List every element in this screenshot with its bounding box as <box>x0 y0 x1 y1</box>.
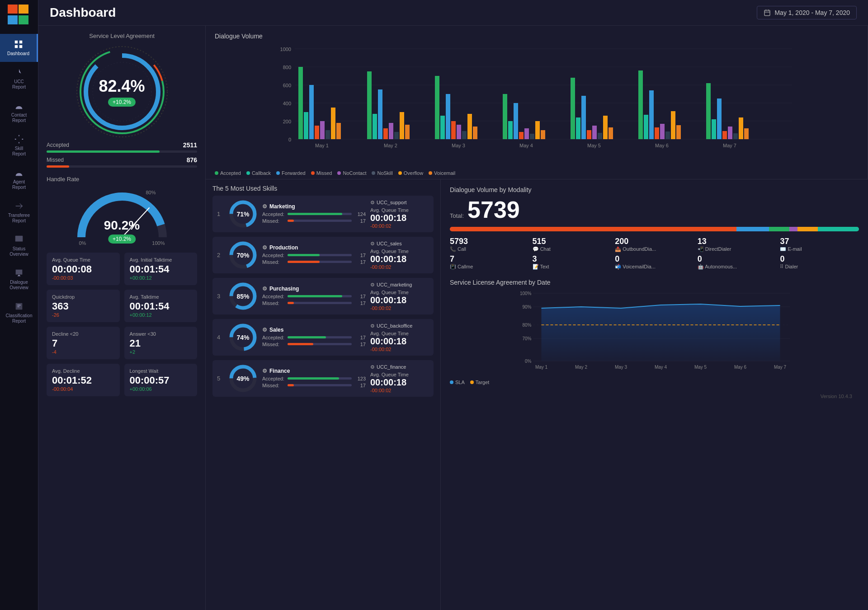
mod-seg-other <box>818 227 859 231</box>
svg-rect-45 <box>394 132 399 139</box>
svg-rect-34 <box>315 126 319 139</box>
svg-text:400: 400 <box>283 101 291 106</box>
svg-rect-80 <box>660 124 665 139</box>
modality-autonomous: 0 🤖 Autonomous... <box>698 254 777 270</box>
svg-rect-2 <box>14 45 17 48</box>
legend-target: Target <box>470 380 490 385</box>
stat-avg-queue: Avg. Queue Time 00:00:08 -00:00:03 <box>47 253 120 285</box>
mod-seg-outbound <box>769 227 789 231</box>
legend-noskill: NoSkill <box>372 170 392 176</box>
svg-rect-69 <box>581 96 586 139</box>
mod-seg-direct <box>789 227 797 231</box>
modality-grid-2: 7 📳 Callme 3 📝 Text 0 📬 VoicemailDia... <box>450 254 859 270</box>
sidebar-item-status-overview[interactable]: StatusOverview <box>0 229 38 263</box>
sidebar-item-contact-report[interactable]: ContactReport <box>0 95 38 129</box>
modality-total: Total: 5739 <box>450 196 859 223</box>
sidebar-item-classification-report[interactable]: ClassificationReport <box>0 296 38 329</box>
svg-rect-86 <box>712 119 716 139</box>
accepted-bar-track <box>47 150 197 153</box>
svg-rect-1 <box>19 41 22 43</box>
svg-rect-47 <box>405 125 410 139</box>
mod-seg-chat <box>736 227 769 231</box>
sidebar-item-dialogue-overview[interactable]: DialogueOverview <box>0 263 38 296</box>
svg-text:May 7: May 7 <box>774 365 787 370</box>
svg-point-6 <box>18 138 20 141</box>
svg-text:100%: 100% <box>520 291 532 296</box>
svg-text:70%: 70% <box>522 336 531 341</box>
missed-bar <box>47 165 69 168</box>
skill-3-details: ⚙ Purchasing Accepted: 17 Missed: 17 <box>262 286 366 307</box>
handle-rate-badge: +10.2% <box>108 235 136 244</box>
version-label: Version 10.4.3 <box>450 392 859 401</box>
svg-rect-41 <box>373 114 377 139</box>
svg-rect-63 <box>530 134 534 139</box>
svg-rect-73 <box>603 116 608 139</box>
content-area: Service Level Agreement <box>38 26 868 610</box>
modality-section: Dialogue Volume by Modality Total: 5739 <box>450 186 859 272</box>
stat-quickdrop: Quickdrop 363 -26 <box>47 290 120 322</box>
right-stats: Dialogue Volume by Modality Total: 5739 <box>441 179 868 610</box>
svg-text:May 1: May 1 <box>315 143 329 148</box>
modality-callme: 7 📳 Callme <box>450 254 529 270</box>
svg-marker-114 <box>542 304 780 361</box>
svg-text:200: 200 <box>283 119 291 124</box>
svg-rect-62 <box>524 128 529 139</box>
svg-rect-78 <box>649 90 654 139</box>
sidebar: Dashboard UCCReport ContactReport SkillR… <box>0 0 38 610</box>
svg-rect-91 <box>739 117 743 139</box>
handle-mark: 80% <box>146 190 156 195</box>
stat-avg-decline: Avg. Decline 00:01:52 -00:00:04 <box>47 364 120 396</box>
skill-donut-2: 70% <box>228 240 258 270</box>
svg-rect-65 <box>541 130 545 139</box>
modality-call: 5793 📞 Call <box>450 237 529 252</box>
sidebar-item-dashboard[interactable]: Dashboard <box>0 34 38 62</box>
svg-text:May 7: May 7 <box>723 143 736 148</box>
sidebar-item-transferee-report[interactable]: TransfereeReport <box>0 196 38 229</box>
svg-rect-42 <box>378 89 382 139</box>
modality-dialer: 0 ⠿ Dialer <box>780 254 859 270</box>
svg-text:0%: 0% <box>525 359 532 364</box>
sidebar-item-skill-report[interactable]: SkillReport <box>0 129 38 162</box>
handle-min: 0% <box>79 240 86 246</box>
sidebar-item-agent-report[interactable]: AgentReport <box>0 162 38 196</box>
handle-rate-title: Handle Rate <box>47 176 197 183</box>
legend-sla: SLA <box>450 380 465 385</box>
stat-avg-talk: Avg. Talktime 00:01:54 +00:00:12 <box>124 290 198 322</box>
svg-rect-51 <box>446 94 450 139</box>
svg-rect-11 <box>764 10 770 16</box>
sla-date-title: Service License Agreement by Date <box>450 279 859 286</box>
svg-text:May 2: May 2 <box>575 365 588 370</box>
skill-donut-1: 71% <box>228 199 258 229</box>
svg-rect-70 <box>587 130 591 139</box>
svg-rect-0 <box>14 41 17 43</box>
legend-overflow: Overflow <box>398 170 423 176</box>
date-range[interactable]: May 1, 2020 - May 7, 2020 <box>757 6 857 19</box>
mod-seg-call <box>450 227 736 231</box>
legend-voicemail: Voicemail <box>429 170 455 176</box>
sla-date-chart: 100% 90% 80% 70% 0% <box>450 290 859 375</box>
sidebar-item-ucc-report[interactable]: UCCReport <box>0 62 38 95</box>
svg-rect-40 <box>367 71 372 139</box>
svg-text:May 3: May 3 <box>615 365 627 370</box>
svg-rect-61 <box>519 132 524 139</box>
svg-text:May 3: May 3 <box>452 143 465 148</box>
modality-direct: 13 📲 DirectDialer <box>698 237 777 252</box>
missed-bar-track <box>47 165 197 168</box>
sla-center: 82.4% +10.2% <box>99 77 145 107</box>
svg-rect-58 <box>503 94 507 139</box>
modality-bar <box>450 227 859 231</box>
skill-donut-4: 74% <box>228 323 258 352</box>
sla-section: Service Level Agreement <box>47 33 197 171</box>
svg-text:600: 600 <box>283 83 291 88</box>
skill-donut-5: 49% <box>228 364 258 393</box>
svg-rect-82 <box>671 111 675 139</box>
svg-rect-33 <box>309 85 314 139</box>
skill-row-1: 1 71% ⚙ Marketing <box>212 196 434 232</box>
stats-grid: Avg. Queue Time 00:00:08 -00:00:03 Avg. … <box>47 253 197 396</box>
svg-text:May 1: May 1 <box>535 365 548 370</box>
svg-text:May 5: May 5 <box>587 143 601 148</box>
svg-rect-83 <box>676 125 681 139</box>
bottom-area: The 5 Most Used Skills 1 71% <box>206 179 868 610</box>
page-title: Dashboard <box>50 5 116 20</box>
dialogue-vol-legend: Accepted Callback Forwarded Missed NoCon… <box>215 170 859 176</box>
